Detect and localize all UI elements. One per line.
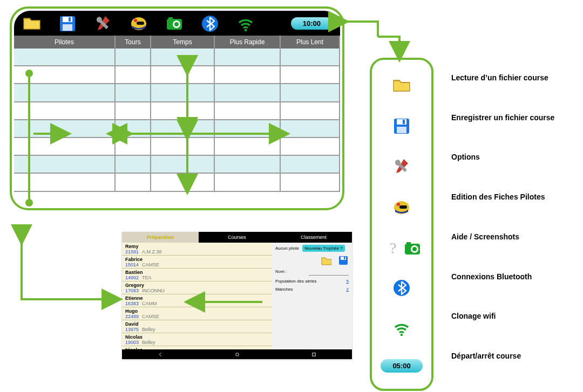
legend-labels: Lecture d’un fichier course Enregistrer … (451, 58, 554, 376)
legend-timer: 05:00 (381, 359, 422, 373)
main-screen-frame: 10:00 Pilotes Tours Temps Plus Rapide Pl… (10, 6, 344, 210)
svg-point-24 (26, 200, 32, 205)
legend-wifi-icon (392, 319, 411, 338)
legend-bt-icon (392, 278, 411, 298)
legend-label: Lecture d’un fichier course (451, 65, 554, 90)
legend-help-camera (383, 238, 420, 257)
legend-label: Edition des Fiches Pilotes (451, 184, 554, 209)
legend-tools-icon (392, 157, 411, 176)
gesture-arrows (12, 9, 342, 208)
pilot-swipe-arrow (122, 232, 352, 359)
legend-label: Options (451, 145, 554, 169)
legend-label: Aide / Screenshots (451, 224, 554, 249)
preparation-screen: Préparation Courses Classement Remy21581… (122, 232, 352, 359)
legend-save-icon (392, 116, 411, 136)
help-icon (383, 238, 398, 257)
legend-label: Connexions Bluetooth (451, 264, 554, 289)
legend-label: Enregistrer un fichier course (451, 105, 554, 130)
legend-label: Clonage wifi (451, 304, 554, 328)
legend-helmet-icon (392, 198, 411, 217)
legend-open-icon (392, 76, 411, 95)
legend-panel: 05:00 (370, 58, 433, 391)
legend-label: Départ/arrêt course (451, 343, 554, 368)
camera-icon (403, 239, 420, 256)
